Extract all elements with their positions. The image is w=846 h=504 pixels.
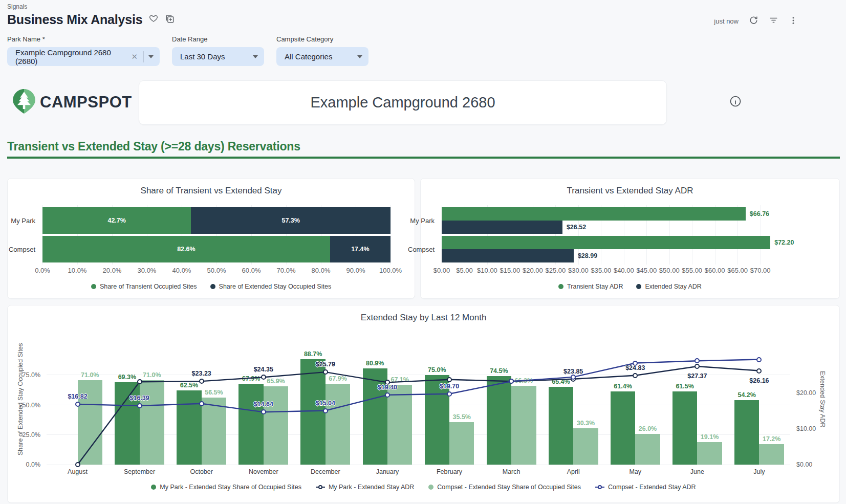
duplicate-button[interactable] [165, 14, 175, 26]
left-axis-tick: 50.0% [23, 402, 40, 409]
park-name-title: Example Campground 2680 [310, 94, 495, 111]
top-bar-actions: just now [714, 15, 798, 27]
campsite-category-value: All Categories [285, 52, 332, 61]
bar-group: Compset$72.20$28.99 [442, 236, 788, 262]
legend-dot-icon [91, 284, 96, 289]
left-axis-tick: 25.0% [23, 431, 40, 439]
line-point-marker[interactable] [756, 368, 762, 374]
legend-item[interactable]: Share of Transient Occupied Sites [91, 283, 197, 290]
line-point-marker[interactable] [447, 391, 452, 397]
chevron-down-icon[interactable] [148, 55, 154, 58]
category-label: Compset [408, 236, 435, 262]
month-axis: AugustSeptemberOctoberNovemberDecemberJa… [47, 468, 790, 475]
x-axis-tick: $0.00 [433, 267, 450, 274]
line-point-marker[interactable] [509, 379, 514, 384]
line-point-marker[interactable] [695, 358, 700, 363]
section-title: Transient vs Extended Stay (>=28 days) R… [7, 140, 840, 154]
legend-label: Extended Stay ADR [645, 283, 701, 290]
line-value-label: $23.85 [563, 368, 583, 375]
x-axis-tick: 50.0% [207, 267, 226, 274]
park-name-value: Example Campground 2680 (2680) [15, 48, 125, 65]
share-chart-card: Share of Transient vs Extended Stay My P… [7, 178, 415, 299]
bar[interactable]: $28.99 [442, 249, 574, 262]
stacked-bar-segment[interactable]: 42.7% [42, 207, 191, 234]
chevron-down-icon[interactable] [253, 55, 258, 58]
right-axis-tick: $10.00 [796, 425, 816, 432]
legend-dot-icon [210, 284, 215, 289]
line-point-marker[interactable] [199, 379, 204, 384]
refresh-button[interactable] [749, 15, 758, 27]
bar[interactable]: $72.20 [442, 236, 770, 249]
breadcrumb[interactable]: Signals [7, 3, 175, 10]
info-button[interactable] [729, 95, 742, 109]
stacked-bar-segment[interactable]: 57.3% [191, 207, 391, 234]
bar[interactable]: $26.52 [442, 221, 562, 234]
line-value-label: $15.04 [316, 400, 335, 407]
line-point-marker[interactable] [323, 369, 328, 375]
line-value-label: $25.79 [316, 361, 335, 368]
stacked-bar-segment[interactable]: 17.4% [330, 236, 391, 262]
category-label: My Park [11, 207, 35, 234]
stacked-bar-segment[interactable]: 82.6% [42, 236, 330, 262]
chevron-down-icon[interactable] [357, 55, 362, 58]
page-title: Business Mix Analysis [7, 12, 142, 27]
legend-item[interactable]: Compset - Extended Stay Share of Occupie… [428, 484, 581, 491]
x-axis-month-label: February [418, 468, 480, 475]
bar-value-label: $26.52 [567, 221, 586, 234]
clear-park-icon[interactable]: ✕ [130, 52, 139, 61]
more-menu-button[interactable] [789, 16, 798, 27]
duplicate-icon [165, 14, 175, 26]
line-point-marker[interactable] [756, 357, 762, 362]
left-axis-tick: 0.0% [26, 461, 41, 468]
bar[interactable]: $66.76 [442, 207, 746, 221]
legend-item[interactable]: Extended Stay ADR [636, 283, 701, 290]
line-value-label: $27.37 [687, 372, 707, 380]
line-value-label: $14.64 [254, 401, 273, 408]
park-name-select[interactable]: Example Campground 2680 (2680) ✕ [7, 47, 160, 66]
legend-item[interactable]: Compset - Extended Stay ADR [595, 484, 696, 491]
x-axis-tick: 10.0% [68, 267, 87, 274]
filter-button[interactable] [769, 15, 778, 27]
favorite-button[interactable] [148, 14, 159, 26]
x-axis-tick: 60.0% [242, 267, 261, 274]
line-point-marker[interactable] [75, 462, 80, 467]
x-axis-tick: $30.00 [568, 267, 589, 274]
line-point-marker[interactable] [695, 364, 700, 369]
line-point-marker[interactable] [633, 373, 638, 378]
line-point-marker[interactable] [137, 403, 142, 408]
last-updated-label: just now [714, 17, 739, 25]
x-axis-tick: 20.0% [103, 267, 122, 274]
chart-title: Extended Stay by Last 12 Month [8, 313, 839, 323]
legend-item[interactable]: Share of Extended Stay Occupied Sites [210, 283, 332, 290]
park-name-label: Park Name * [7, 35, 160, 43]
legend-item[interactable]: My Park - Extended Stay Share of Occupie… [151, 484, 301, 491]
right-axis-title: Extended Stay ADR [819, 334, 826, 465]
info-icon [729, 95, 742, 109]
line-point-marker[interactable] [385, 392, 390, 398]
line-point-marker[interactable] [261, 375, 266, 380]
share-plot: My Park42.7%57.3%Compset82.6%17.4% [42, 207, 391, 262]
campsite-category-select[interactable]: All Categories [276, 47, 368, 66]
legend-dot-icon [151, 485, 156, 490]
line-point-marker[interactable] [261, 409, 266, 414]
line-point-marker[interactable] [75, 402, 80, 407]
stacked-bar-row: My Park42.7%57.3% [42, 207, 391, 234]
line-point-marker[interactable] [323, 408, 328, 413]
adr-legend: Transient Stay ADRExtended Stay ADR [421, 283, 839, 290]
chart-title: Transient vs Extended Stay ADR [421, 186, 839, 196]
extended-stay-card: Extended Stay by Last 12 Month Share of … [7, 305, 840, 503]
legend-label: Share of Transient Occupied Sites [100, 283, 197, 290]
legend-line-icon [595, 487, 604, 488]
legend-item[interactable]: Transient Stay ADR [558, 283, 623, 290]
top-bar-left: Signals Business Mix Analysis [7, 3, 175, 27]
legend-item[interactable]: My Park - Extended Stay ADR [316, 484, 414, 491]
bar-value-label: $66.76 [750, 207, 769, 221]
legend-line-icon [316, 487, 325, 488]
line-point-marker[interactable] [447, 377, 452, 382]
line-point-marker[interactable] [199, 401, 204, 406]
category-label: Compset [9, 236, 35, 262]
line-point-marker[interactable] [137, 379, 142, 384]
x-axis-tick: $65.00 [727, 267, 748, 274]
date-range-select[interactable]: Last 30 Days [172, 47, 264, 66]
line-point-marker[interactable] [571, 375, 576, 380]
